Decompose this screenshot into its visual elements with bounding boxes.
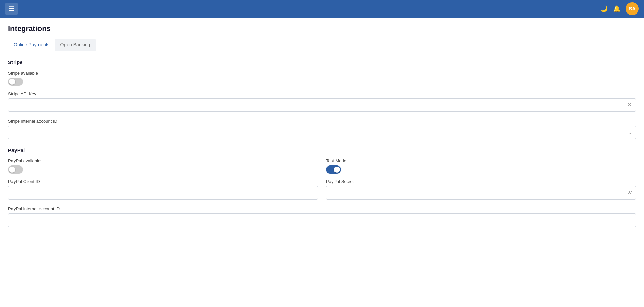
tab-online-payments[interactable]: Online Payments [8, 39, 55, 51]
stripe-internal-account-group: Stripe internal account ID ⌄ [8, 119, 636, 139]
page-title: Integrations [8, 24, 636, 33]
paypal-toggle-thumb [9, 167, 15, 173]
paypal-secret-eye-icon[interactable]: 👁 [627, 190, 633, 196]
paypal-test-mode-label: Test Mode [326, 158, 636, 163]
hamburger-icon: ☰ [9, 5, 14, 12]
paypal-available-col: PayPal available [8, 158, 318, 179]
paypal-internal-account-label: PayPal internal account ID [8, 206, 636, 211]
paypal-client-id-label: PayPal Client ID [8, 179, 318, 184]
stripe-api-key-label: Stripe API Key [8, 91, 636, 96]
stripe-available-toggle-wrapper [8, 78, 636, 86]
avatar[interactable]: SA [626, 2, 639, 15]
stripe-toggle-thumb [9, 79, 15, 85]
paypal-secret-input[interactable] [326, 186, 636, 200]
paypal-client-id-input[interactable] [8, 186, 318, 200]
paypal-toggles-row: PayPal available Test Mode [8, 158, 636, 179]
page-content: Integrations Online Payments Open Bankin… [0, 18, 644, 307]
stripe-available-toggle[interactable] [8, 78, 23, 86]
stripe-internal-account-select[interactable] [8, 126, 636, 139]
stripe-section-title: Stripe [8, 59, 636, 65]
stripe-section: Stripe Stripe available Stripe API Key 👁… [8, 59, 636, 139]
paypal-test-mode-track [326, 165, 341, 174]
paypal-test-mode-col: Test Mode [326, 158, 636, 179]
navbar-left: ☰ [5, 3, 18, 15]
paypal-section-title: PayPal [8, 147, 636, 153]
stripe-internal-account-wrapper: ⌄ [8, 126, 636, 139]
paypal-available-toggle[interactable] [8, 165, 23, 174]
paypal-client-id-wrapper [8, 186, 318, 200]
notifications-icon[interactable]: 🔔 [613, 5, 620, 12]
tabs-container: Online Payments Open Banking [8, 39, 636, 51]
paypal-internal-account-group: PayPal internal account ID [8, 206, 636, 227]
stripe-toggle-track [8, 78, 23, 86]
paypal-secret-wrapper: 👁 [326, 186, 636, 200]
stripe-internal-account-label: Stripe internal account ID [8, 119, 636, 124]
navbar: ☰ 🌙 🔔 SA [0, 0, 644, 18]
stripe-api-key-input[interactable] [8, 98, 636, 112]
stripe-api-key-eye-icon[interactable]: 👁 [627, 102, 633, 108]
paypal-secret-group: PayPal Secret 👁 [326, 179, 636, 200]
stripe-api-key-wrapper: 👁 [8, 98, 636, 112]
paypal-internal-account-input[interactable] [8, 213, 636, 227]
paypal-credentials-row: PayPal Client ID PayPal Secret 👁 [8, 179, 636, 206]
paypal-test-mode-thumb [334, 167, 340, 173]
paypal-toggle-track [8, 165, 23, 174]
paypal-available-toggle-wrapper [8, 165, 318, 174]
stripe-api-key-group: Stripe API Key 👁 [8, 91, 636, 112]
paypal-internal-account-wrapper [8, 213, 636, 227]
paypal-test-mode-toggle[interactable] [326, 165, 341, 174]
hamburger-button[interactable]: ☰ [5, 3, 18, 15]
avatar-text: SA [629, 6, 635, 11]
tab-open-banking[interactable]: Open Banking [55, 39, 96, 51]
paypal-secret-label: PayPal Secret [326, 179, 636, 184]
paypal-available-label: PayPal available [8, 158, 318, 163]
paypal-test-mode-toggle-wrapper [326, 165, 636, 174]
paypal-client-id-group: PayPal Client ID [8, 179, 318, 200]
navbar-right: 🌙 🔔 SA [600, 2, 639, 15]
paypal-section: PayPal PayPal available Test Mode [8, 147, 636, 227]
dark-mode-icon[interactable]: 🌙 [600, 5, 608, 12]
stripe-available-label: Stripe available [8, 71, 636, 76]
